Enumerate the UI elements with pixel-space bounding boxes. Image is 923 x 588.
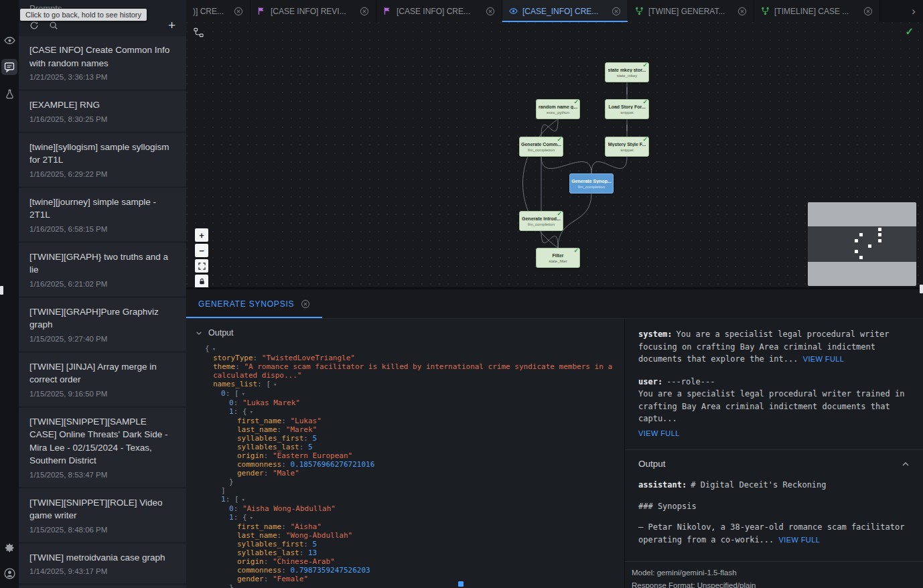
close-tab-icon[interactable] xyxy=(360,7,369,16)
node-title: Load Story For... xyxy=(608,104,645,109)
graph-node[interactable]: ✓ Generate Synop... llm_completion xyxy=(569,173,614,194)
assistant-output: assistant:# Digital Deceit's Reckoning #… xyxy=(625,477,923,561)
assistant-heading: # Digital Deceit's Reckoning xyxy=(691,480,826,490)
bottom-tab-generate-synopsis[interactable]: GENERATE SYNOPSIS xyxy=(186,289,322,318)
zoom-out-button[interactable]: − xyxy=(195,244,208,257)
graph-node[interactable]: ✓ random name g... exec_python xyxy=(536,99,580,119)
prompt-list-item[interactable]: [TWINE][GRAPH} two truths and a lie 1/16… xyxy=(19,243,186,296)
node-title: Generate Introd... xyxy=(522,216,561,221)
prompt-list-item[interactable]: [CASE INFO] Create Common Info with rand… xyxy=(19,36,186,89)
tab-overflow-chevron-icon[interactable]: › xyxy=(904,0,923,22)
settings-gear-icon[interactable] xyxy=(1,540,17,556)
json-line: origin: "Chinese-Arab" xyxy=(196,557,616,566)
editor-tab[interactable]: [CASE INFO] CRE... xyxy=(376,0,502,22)
node-title: random name g... xyxy=(539,104,577,109)
eye-view-icon[interactable] xyxy=(1,32,17,48)
minimap[interactable] xyxy=(808,202,916,286)
collapse-toggle-icon[interactable]: ▾ xyxy=(250,514,253,521)
prompt-title: [TWINE] [JINJA] Array merge in correct o… xyxy=(29,360,175,386)
node-check-icon: ✓ xyxy=(642,62,648,68)
left-resize-handle[interactable] xyxy=(0,286,3,295)
prompt-list-item[interactable]: [TWINE] [JINJA] Array merge in correct o… xyxy=(19,353,186,406)
json-line: 0: "Lukas Marek" xyxy=(196,398,616,407)
json-line: storyType: "TwistedLoveTriangle" xyxy=(196,354,616,362)
prompt-list-item[interactable]: [TWINE][GRAPH]Pure Graphviz graph 1/15/2… xyxy=(19,298,186,351)
graph-canvas[interactable]: ✓ state mkey stor... state_mkey ✓ random… xyxy=(186,22,923,289)
json-output-panel[interactable]: Output {▾storyType: "TwistedLoveTriangle… xyxy=(186,319,625,588)
close-bottom-tab-icon[interactable] xyxy=(301,299,310,309)
minimap-band xyxy=(808,226,916,262)
prompt-list-item[interactable]: [twine][syllogism] sample syllogism for … xyxy=(19,133,186,186)
prompt-list-item[interactable]: [EXAMPLE] RNG 1/16/2025, 8:30:25 PM xyxy=(19,91,186,131)
prompts-panel-icon[interactable] xyxy=(1,59,17,75)
prompt-list-item[interactable]: [twine][journey] simple sample - 2T1L 1/… xyxy=(19,188,186,241)
json-line: commonness: 0.7987359247526203 xyxy=(196,566,616,575)
prompt-title: [TWINE] metroidvania case graph xyxy=(29,551,175,565)
close-tab-icon[interactable] xyxy=(234,7,243,16)
prompt-list-item[interactable]: [TWINE] metroidvania case graph 1/14/202… xyxy=(19,544,186,584)
prompt-list-item[interactable]: [TWINE][SNIPPET][ROLE] Video game writer… xyxy=(19,489,186,542)
graph-node[interactable]: ✓ Generate Comm... llm_completion xyxy=(519,137,563,157)
canvas-check-icon[interactable]: ✓ xyxy=(905,25,914,38)
minimap-node-dot xyxy=(868,244,871,248)
add-prompt-button[interactable]: + xyxy=(168,20,175,31)
close-tab-icon[interactable] xyxy=(737,7,747,16)
editor-tab[interactable]: [CASE_INFO] CRE... xyxy=(502,0,628,22)
tab-label: [CASE INFO] REVI... xyxy=(271,7,355,16)
output-section-header[interactable]: Output xyxy=(625,449,923,477)
flask-icon[interactable] xyxy=(1,86,17,102)
collapse-toggle-icon[interactable]: ▾ xyxy=(242,390,245,397)
json-output-header[interactable]: Output xyxy=(186,319,624,344)
collapse-toggle-icon[interactable]: ▾ xyxy=(250,409,253,415)
node-subtitle: snippet xyxy=(620,148,633,152)
graph-node[interactable]: ✓ Mystery Style F... snippet xyxy=(605,137,649,157)
prompt-list[interactable]: [CASE INFO] Create Common Info with rand… xyxy=(19,36,186,588)
message-user: user:---role--- You are a specialist leg… xyxy=(638,376,910,440)
graph-node[interactable]: ✓ Generate Introd... llm_completion xyxy=(519,211,563,231)
refresh-icon[interactable] xyxy=(29,21,39,30)
json-line: gender: "Female" xyxy=(196,575,616,583)
prompt-timestamp: 1/16/2025, 6:29:22 PM xyxy=(29,170,175,178)
chevron-up-icon[interactable] xyxy=(902,461,910,467)
view-full-link[interactable]: VIEW FULL xyxy=(803,355,845,363)
graph-node[interactable]: ✓ state mkey stor... state_mkey xyxy=(605,62,649,82)
close-tab-icon[interactable] xyxy=(863,7,873,16)
zoom-in-button[interactable]: + xyxy=(195,228,208,242)
editor-tab[interactable]: )] CRE... xyxy=(186,0,251,22)
graph-node[interactable]: ✓ Filter state_filter xyxy=(536,248,580,268)
collapse-toggle-icon[interactable]: ▾ xyxy=(242,496,245,503)
prompt-list-item[interactable]: [TWINE][SNIPPET][SAMPLE CASE] Online Thr… xyxy=(19,408,186,487)
editor-tab[interactable]: [TIMELINE] CASE ... xyxy=(754,0,880,22)
editor-tab[interactable]: [CASE INFO] REVI... xyxy=(251,0,376,22)
graph-icon xyxy=(761,7,770,15)
close-tab-icon[interactable] xyxy=(612,7,621,16)
fit-view-button[interactable] xyxy=(195,259,208,273)
close-tab-icon[interactable] xyxy=(486,7,495,16)
history-tooltip: Click to go back, hold to see history xyxy=(20,9,147,21)
prompt-title: [CASE INFO] Create Common Info with rand… xyxy=(29,44,175,70)
collapse-toggle-icon[interactable]: ▾ xyxy=(212,346,216,352)
prompt-title: [TWINE][GRAPH]Pure Graphviz graph xyxy=(29,305,175,332)
prompt-list-item[interactable]: [PYTHON] Yaml to JSON xyxy=(19,585,186,588)
assistant-role: assistant: xyxy=(638,480,687,490)
lock-button[interactable] xyxy=(195,275,208,288)
right-resize-handle[interactable] xyxy=(920,285,923,293)
bottom-resize-handle[interactable] xyxy=(458,581,464,587)
search-icon[interactable] xyxy=(49,21,58,30)
collapse-toggle-icon[interactable]: ▾ xyxy=(273,381,277,388)
json-line: first_name: "Lukas" xyxy=(196,417,616,425)
minimap-node-dot xyxy=(855,239,858,242)
main-area: )] CRE... [CASE INFO] REVI... [CASE INFO… xyxy=(186,0,923,588)
view-full-link[interactable]: VIEW FULL xyxy=(638,427,910,440)
view-full-link[interactable]: VIEW FULL xyxy=(779,536,821,544)
minimap-node-dot xyxy=(878,233,881,236)
prompt-timestamp: 1/21/2025, 3:36:13 PM xyxy=(29,73,175,81)
node-title: Generate Comm... xyxy=(521,142,561,147)
workflow-icon[interactable] xyxy=(194,27,204,40)
account-icon[interactable] xyxy=(1,565,17,581)
prompt-title: [twine][syllogism] sample syllogism for … xyxy=(29,141,175,167)
json-line: 0: [▾ xyxy=(196,389,616,398)
graph-node[interactable]: ✓ Load Story For... snippet xyxy=(605,99,649,119)
message-text: You are a specialist legal procedural wr… xyxy=(638,329,894,364)
editor-tab[interactable]: [TWINE] GENERAT... xyxy=(628,0,754,22)
